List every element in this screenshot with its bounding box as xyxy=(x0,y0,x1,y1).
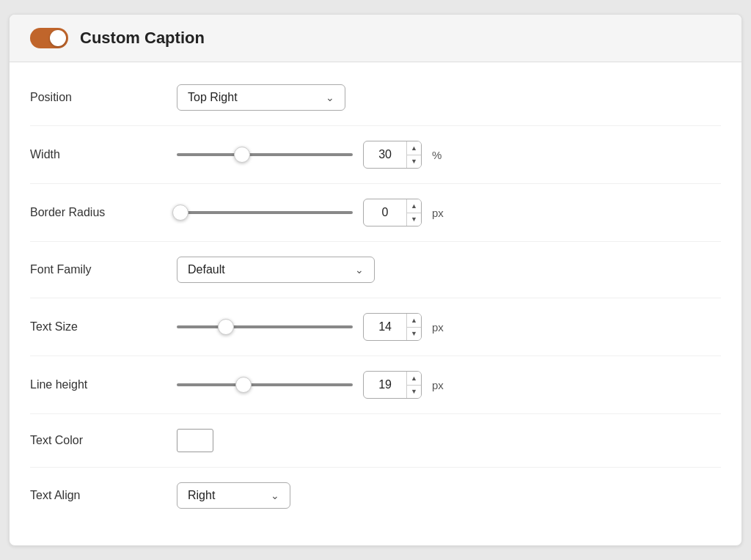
text-size-unit: px xyxy=(432,321,447,334)
width-row: Width 30 ▲ ▼ % xyxy=(30,126,721,184)
line-height-row: Line height 19 ▲ ▼ px xyxy=(30,356,721,414)
chevron-down-icon: ⌄ xyxy=(326,92,334,103)
width-label: Width xyxy=(30,148,162,161)
toggle-track[interactable] xyxy=(30,28,68,48)
custom-caption-toggle[interactable] xyxy=(30,28,68,48)
width-unit: % xyxy=(432,149,447,161)
text-size-control: 14 ▲ ▼ px xyxy=(177,313,721,341)
width-spinners: ▲ ▼ xyxy=(406,141,421,168)
position-row: Position Top Right ⌄ xyxy=(30,70,721,126)
font-family-dropdown[interactable]: Default ⌄ xyxy=(177,257,375,283)
line-height-slider-track xyxy=(177,383,353,386)
chevron-down-icon: ⌄ xyxy=(271,490,279,501)
line-height-slider[interactable] xyxy=(177,376,353,394)
toggle-thumb xyxy=(50,30,66,46)
text-align-value: Right xyxy=(188,489,215,502)
text-size-slider-track xyxy=(177,325,353,328)
width-value: 30 xyxy=(364,148,406,161)
position-label: Position xyxy=(30,91,162,104)
line-height-number-input[interactable]: 19 ▲ ▼ xyxy=(363,371,422,399)
text-size-spin-down[interactable]: ▼ xyxy=(407,328,421,341)
line-height-value: 19 xyxy=(364,378,406,391)
text-color-label: Text Color xyxy=(30,434,162,447)
line-height-spinners: ▲ ▼ xyxy=(406,372,421,398)
width-number-input[interactable]: 30 ▲ ▼ xyxy=(363,141,422,169)
text-size-slider-thumb[interactable] xyxy=(218,319,234,335)
border-radius-value: 0 xyxy=(364,206,406,219)
border-radius-slider-thumb[interactable] xyxy=(172,205,188,221)
border-radius-label: Border Radius xyxy=(30,206,162,219)
line-height-slider-thumb[interactable] xyxy=(235,377,252,393)
position-dropdown[interactable]: Top Right ⌄ xyxy=(177,84,345,111)
text-size-spin-up[interactable]: ▲ xyxy=(407,314,421,328)
font-family-control: Default ⌄ xyxy=(177,257,721,283)
line-height-control: 19 ▲ ▼ px xyxy=(177,371,721,399)
border-radius-row: Border Radius 0 ▲ ▼ px xyxy=(30,184,721,242)
card-title: Custom Caption xyxy=(80,29,205,48)
font-family-value: Default xyxy=(188,263,225,276)
border-radius-spin-up[interactable]: ▲ xyxy=(407,199,421,213)
settings-content: Position Top Right ⌄ Width 30 ▲ xyxy=(10,62,741,545)
line-height-label: Line height xyxy=(30,378,162,391)
text-size-spinners: ▲ ▼ xyxy=(406,314,421,340)
chevron-down-icon: ⌄ xyxy=(355,264,364,276)
text-color-swatch[interactable] xyxy=(177,429,213,452)
width-slider-thumb[interactable] xyxy=(234,147,250,163)
border-radius-slider-track xyxy=(177,211,353,214)
width-slider-track xyxy=(177,153,353,156)
text-size-slider[interactable] xyxy=(177,318,353,336)
card-header: Custom Caption xyxy=(10,15,741,62)
line-height-unit: px xyxy=(432,379,447,391)
text-align-label: Text Align xyxy=(30,489,162,502)
width-spin-down[interactable]: ▼ xyxy=(407,155,421,169)
border-radius-control: 0 ▲ ▼ px xyxy=(177,199,721,226)
text-align-row: Text Align Right ⌄ xyxy=(30,468,721,523)
line-height-spin-down[interactable]: ▼ xyxy=(407,386,421,399)
border-radius-number-input[interactable]: 0 ▲ ▼ xyxy=(363,199,422,226)
position-control: Top Right ⌄ xyxy=(177,84,721,111)
border-radius-slider[interactable] xyxy=(177,204,353,221)
text-color-row: Text Color xyxy=(30,414,721,468)
width-spin-up[interactable]: ▲ xyxy=(407,141,421,155)
font-family-label: Font Family xyxy=(30,263,162,276)
text-size-number-input[interactable]: 14 ▲ ▼ xyxy=(363,313,422,341)
text-color-control xyxy=(177,429,721,452)
font-family-row: Font Family Default ⌄ xyxy=(30,242,721,298)
text-align-dropdown[interactable]: Right ⌄ xyxy=(177,482,290,509)
text-size-label: Text Size xyxy=(30,320,162,334)
line-height-spin-up[interactable]: ▲ xyxy=(407,372,421,386)
width-slider[interactable] xyxy=(177,146,353,163)
text-size-row: Text Size 14 ▲ ▼ px xyxy=(30,298,721,356)
settings-card: Custom Caption Position Top Right ⌄ Widt… xyxy=(9,14,742,546)
border-radius-spinners: ▲ ▼ xyxy=(406,199,421,226)
border-radius-unit: px xyxy=(432,207,447,219)
position-value: Top Right xyxy=(188,91,238,104)
text-align-control: Right ⌄ xyxy=(177,482,721,509)
text-size-value: 14 xyxy=(364,320,406,334)
width-control: 30 ▲ ▼ % xyxy=(177,141,721,169)
border-radius-spin-down[interactable]: ▼ xyxy=(407,213,421,226)
